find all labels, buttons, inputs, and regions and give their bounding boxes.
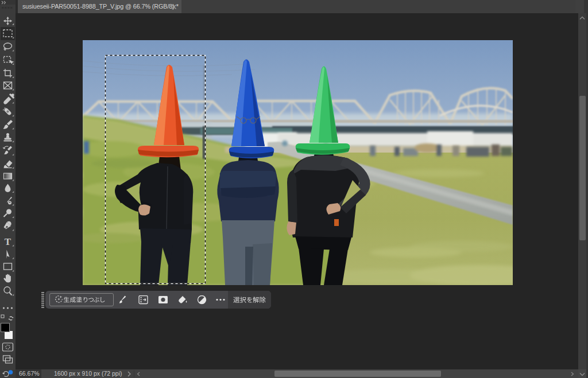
svg-text:T: T <box>5 236 11 247</box>
